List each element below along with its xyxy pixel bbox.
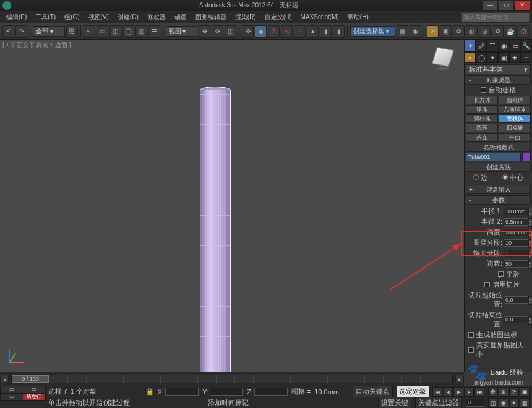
schematic-view-button[interactable]: ▦ xyxy=(397,25,408,38)
smooth-check[interactable] xyxy=(498,271,504,277)
set-key-button[interactable]: 设置关键 xyxy=(378,397,411,408)
tool-f[interactable]: ⬡ xyxy=(518,25,530,38)
slice-on-check[interactable] xyxy=(484,282,490,287)
maximize-button[interactable]: ▭ xyxy=(499,1,513,10)
menu-customize[interactable]: 自定义(U) xyxy=(261,12,296,23)
menu-graph[interactable]: 图形编辑器 xyxy=(192,12,230,23)
cap-segs-spinner[interactable]: 1 xyxy=(504,250,530,257)
slice-from-spinner[interactable]: 0.0 xyxy=(504,296,530,304)
array-button[interactable]: ▮ xyxy=(333,25,345,38)
spinner-snap-toggle[interactable]: ∿ xyxy=(281,25,293,38)
nav-zoom-button[interactable]: ⊕ xyxy=(499,387,508,397)
nav-orbit-button[interactable]: ⟳ xyxy=(509,387,519,397)
close-button[interactable]: ✕ xyxy=(515,1,530,10)
tab-motion[interactable]: ◉ xyxy=(499,40,510,52)
auto-grid-check[interactable] xyxy=(481,87,486,93)
slice-to-spinner[interactable]: 0.0 xyxy=(504,316,530,323)
minimize-button[interactable]: — xyxy=(483,1,497,10)
named-sel-set[interactable]: 创建选择集 ▾ xyxy=(350,26,395,37)
key-mode-a[interactable]: ▭ xyxy=(1,386,23,393)
viewport-label[interactable]: [ + ][ 正交 ][ 真实 + 边面 ] xyxy=(2,41,71,49)
sub-helpers[interactable]: ✚ xyxy=(509,52,520,63)
goto-end-button[interactable]: ⏭ xyxy=(474,387,484,397)
menu-tools[interactable]: 工具(T) xyxy=(32,12,59,23)
menu-maxscript[interactable]: MAXScript(M) xyxy=(297,12,343,22)
layer-select[interactable]: 全部 ▾ xyxy=(33,26,65,37)
nav-b[interactable]: ◉ xyxy=(499,398,508,408)
tab-display[interactable]: ▭ xyxy=(510,40,521,52)
object-color-swatch[interactable] xyxy=(522,153,531,161)
sub-space-warps[interactable]: 〰 xyxy=(520,52,531,63)
menu-render[interactable]: 渲染(R) xyxy=(231,12,260,23)
obj-torus[interactable]: 圆环 xyxy=(466,124,498,132)
tab-create[interactable]: ✦ xyxy=(465,40,476,52)
move-button[interactable]: ✥ xyxy=(199,25,210,38)
nav-d[interactable]: ▦ xyxy=(520,398,530,408)
time-slider[interactable]: 0 / 100 xyxy=(11,375,453,383)
rect-select-button[interactable]: ▭ xyxy=(97,25,108,38)
obj-tube[interactable]: 管状体 xyxy=(499,114,531,123)
by-name-button[interactable]: ☰ xyxy=(148,25,160,38)
rollout-keyboard-entry[interactable]: 键盘输入 xyxy=(466,185,531,194)
tool-a[interactable]: ⌂ xyxy=(294,25,306,38)
nav-a[interactable]: ◫ xyxy=(488,398,498,408)
height-spinner[interactable]: 200.0mm xyxy=(504,229,530,236)
sides-spinner[interactable]: 50 xyxy=(504,260,530,268)
menu-view[interactable]: 视图(V) xyxy=(85,12,113,23)
key-mode-c[interactable]: ▭ xyxy=(1,394,23,400)
auto-key-button[interactable]: 自动关键点 xyxy=(353,386,393,397)
menu-animation[interactable]: 动画 xyxy=(171,12,191,23)
menu-edit[interactable]: 编辑(E) xyxy=(2,12,30,23)
render-frame-button[interactable]: ▣ xyxy=(440,25,452,38)
key-filters-button[interactable]: 关键点过滤器 xyxy=(415,397,462,408)
category-select[interactable]: 标准基本体▾ xyxy=(466,64,531,74)
obj-plane[interactable]: 平面 xyxy=(499,133,531,142)
obj-pyramid[interactable]: 四棱锥 xyxy=(499,124,531,132)
link-button[interactable]: ⛓ xyxy=(66,25,78,38)
tab-hierarchy[interactable]: ☷ xyxy=(487,40,498,52)
menu-help[interactable]: 帮助(H) xyxy=(344,12,372,23)
search-input[interactable]: 输入关键字或短语 xyxy=(461,12,530,22)
obj-cylinder[interactable]: 圆柱体 xyxy=(466,114,498,123)
tab-utilities[interactable]: 🔧 xyxy=(521,40,532,52)
sub-geometry[interactable]: ● xyxy=(465,52,476,63)
sub-cameras[interactable]: ▣ xyxy=(498,52,509,63)
ref-coord-select[interactable]: 视图 ▾ xyxy=(166,26,198,37)
viewport[interactable]: [ + ][ 正交 ][ 真实 + 边面 ] xyxy=(0,40,464,372)
z-coord-input[interactable] xyxy=(254,388,288,396)
lock-selection-button[interactable]: 🔒 xyxy=(145,388,154,396)
rollout-parameters[interactable]: 参数 xyxy=(466,195,531,205)
object-name-input[interactable]: Tube001 xyxy=(466,153,521,161)
tool-b[interactable]: ✿ xyxy=(453,25,465,38)
sub-lights[interactable]: ✦ xyxy=(487,52,498,63)
window-crossing-button[interactable]: ◫ xyxy=(109,25,121,38)
nav-max-button[interactable]: ▣ xyxy=(520,387,530,397)
timeline-next[interactable]: ▸ xyxy=(455,375,464,383)
play-button[interactable]: ▶ xyxy=(453,387,463,397)
select-button[interactable]: ↖ xyxy=(84,25,95,38)
redo-button[interactable]: ↷ xyxy=(15,25,27,38)
method-center-radio[interactable] xyxy=(502,174,508,180)
tool-c[interactable]: ◐ xyxy=(466,25,478,38)
tube-object[interactable] xyxy=(200,87,231,402)
quick-render-button[interactable]: ☕ xyxy=(505,25,517,38)
obj-teapot[interactable]: 茶壶 xyxy=(466,133,498,142)
snap-toggle[interactable]: ✛ xyxy=(242,25,254,38)
timeline-prev[interactable]: ◂ xyxy=(0,375,9,383)
menu-create[interactable]: 创建(C) xyxy=(114,12,142,23)
radius1-spinner[interactable]: 10.0mm xyxy=(504,208,530,215)
tool-e[interactable]: ♻ xyxy=(492,25,504,38)
app-icon[interactable] xyxy=(2,1,11,10)
obj-geosphere[interactable]: 几何球体 xyxy=(499,105,531,114)
radius2-spinner[interactable]: 9.5mm xyxy=(504,218,530,226)
real-uv-check[interactable] xyxy=(468,347,474,353)
obj-box[interactable]: 长方体 xyxy=(466,96,498,104)
goto-start-button[interactable]: ⏮ xyxy=(432,387,442,397)
next-frame-button[interactable]: ▸ xyxy=(464,387,474,397)
rotate-button[interactable]: ⟳ xyxy=(212,25,223,38)
gen-uv-check[interactable] xyxy=(468,332,474,338)
filter-button[interactable]: ▥ xyxy=(135,25,147,38)
height-segs-spinner[interactable]: 10 xyxy=(504,239,530,247)
x-coord-input[interactable] xyxy=(165,388,199,396)
menu-group[interactable]: 组(G) xyxy=(61,12,83,23)
